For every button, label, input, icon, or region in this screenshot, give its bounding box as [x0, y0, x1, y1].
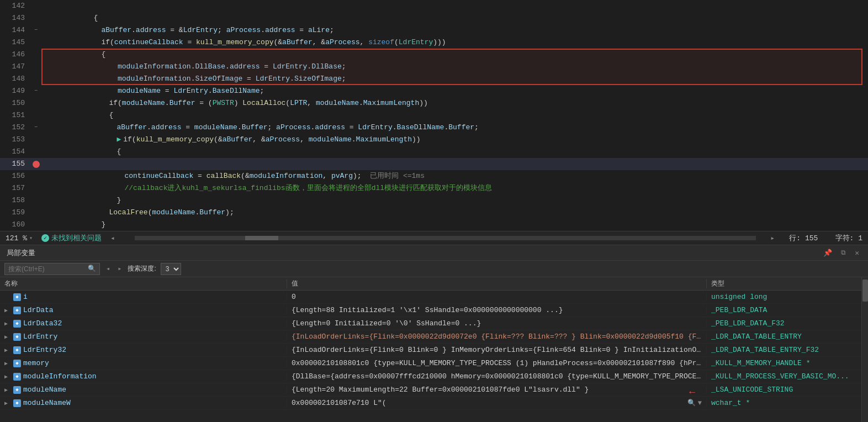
line-number-156: 156	[0, 170, 30, 182]
var-type-ldrdata32: _PEB_LDR_DATA_F32	[707, 319, 861, 328]
var-value-modulenamew: 0x000002101087e710 L"( 🔍 ▼	[287, 399, 707, 407]
var-row-memory: ▶ ◆ memory 0x000002101088​01c0 {type=KUL…	[0, 357, 861, 370]
var-type-ldrentry: _LDR_DATA_TABLE_ENTRY	[707, 333, 861, 341]
code-line-142: 142 {	[0, 0, 868, 12]
scrollbar-thumb	[245, 236, 278, 240]
var-row-i: ▶ ◆ i 0 unsigned long	[0, 291, 861, 304]
scroll-left-btn[interactable]: ◂	[110, 234, 120, 242]
line-number-147: 147	[0, 61, 30, 73]
code-line-159: 159 }	[0, 207, 868, 219]
var-text-modulename: moduleName	[23, 386, 66, 394]
local-vars-panel: 局部变量 📌 ⧉ ✕ 🔍 ◂ ▸ 搜索深度: 3 1 2 4 5 名称 值 类	[0, 245, 868, 422]
var-type-moduleinfo: _KULL_M_PROCESS_VERY_BASIC_MO...	[707, 372, 861, 381]
col-header-value: 值	[287, 279, 707, 288]
var-type-ldrentry32: _LDR_DATA_TABLE_ENTRY_F32	[707, 346, 861, 354]
code-line-152: 152 − ▶if(kull_m_memory_copy(&aBuffer, &…	[0, 122, 868, 134]
code-line-156: 156 //callback进入kuhl_m_sekurlsa_findlibs…	[0, 170, 868, 182]
search-input[interactable]	[8, 265, 86, 273]
line-number-157: 157	[0, 182, 30, 194]
var-type-memory: _KULL_M_MEMORY_HANDLE *	[707, 359, 861, 367]
search-input-wrap[interactable]: 🔍	[4, 263, 100, 275]
var-icon-ldrdata32: ◆	[13, 320, 21, 328]
code-line-148: 148 moduleName = LdrEntry.BaseDllName;	[0, 73, 868, 85]
search-icon[interactable]: 🔍	[88, 265, 96, 273]
line-number-148: 148	[0, 73, 30, 85]
gutter-154	[30, 146, 41, 158]
var-table[interactable]: 名称 值 类型 ▶ ◆ i 0 unsigned long ▶ ◆ Ldr	[0, 277, 861, 422]
code-lines: 142 { 143 aBuffer.address = &LdrEntry; a…	[0, 0, 868, 231]
depth-select[interactable]: 3 1 2 4 5	[161, 263, 181, 275]
var-text-moduleinfo: moduleInformation	[23, 372, 97, 381]
expand-ldrdata[interactable]: ▶	[4, 307, 11, 314]
line-number-160: 160	[0, 219, 30, 231]
expand-modulenamew[interactable]: ▶	[4, 400, 11, 407]
code-line-145: 145 {	[0, 36, 868, 49]
code-line-151: 151 aBuffer.address = moduleName.Buffer;…	[0, 109, 868, 122]
code-content-149: if(moduleName.Buffer = (PWSTR) LocalAllo…	[41, 85, 868, 97]
var-icon-ldrentry: ◆	[13, 333, 21, 341]
filter-icon-bottom[interactable]: ▼	[698, 399, 702, 407]
expand-ldrentry[interactable]: ▶	[4, 334, 11, 340]
line-number-145: 145	[0, 36, 30, 49]
char-indicator: 字符: 1	[835, 234, 862, 242]
var-value-ldrdata32: {Length=0 Initialized=0 '\0' SsHandle=0 …	[287, 319, 707, 328]
var-row-ldrentry32: ▶ ◆ LdrEntry32 {InLoadOrderLinks={Flink=…	[0, 344, 861, 357]
status-text: 未找到相关问题	[51, 233, 102, 243]
code-line-153: 153 {	[0, 134, 868, 146]
code-content-150: {	[41, 97, 868, 109]
collapse-btn-149[interactable]: −	[34, 85, 38, 97]
pin-button[interactable]: 📌	[821, 249, 834, 257]
var-name-ldrentry32: ▶ ◆ LdrEntry32	[0, 346, 287, 354]
var-row-moduleinfo: ▶ ◆ moduleInformation {DllBase={address=…	[0, 370, 861, 383]
float-button[interactable]: ⧉	[839, 249, 848, 257]
code-editor: 142 { 143 aBuffer.address = &LdrEntry; a…	[0, 0, 868, 231]
code-content-153: {	[41, 134, 868, 146]
col-header-type: 类型	[707, 279, 861, 288]
code-content-145: {	[41, 36, 868, 49]
depth-label: 搜索深度:	[128, 264, 156, 273]
var-icon-memory: ◆	[13, 360, 21, 367]
zoom-control[interactable]: 121 % ▾	[6, 234, 33, 242]
line-number-158: 158	[0, 194, 30, 207]
var-value-i: 0	[287, 293, 707, 301]
var-text-modulenamew: moduleNameW	[23, 399, 71, 407]
code-content-152: ▶if(kull_m_memory_copy(&aBuffer, &aProce…	[41, 122, 868, 134]
var-type-modulenamew: wchar_t *	[707, 399, 861, 407]
expand-moduleinfo[interactable]: ▶	[4, 373, 11, 380]
gutter-142	[30, 0, 41, 12]
search-prev-btn[interactable]: ◂	[104, 265, 112, 273]
gutter-159	[30, 207, 41, 219]
code-content-160	[41, 219, 868, 231]
collapse-btn-144[interactable]: −	[34, 24, 38, 36]
scroll-right-btn[interactable]: ▸	[770, 234, 780, 242]
expand-memory[interactable]: ▶	[4, 360, 11, 367]
close-button[interactable]: ✕	[853, 249, 861, 257]
search-bar: 🔍 ◂ ▸ 搜索深度: 3 1 2 4 5	[0, 261, 868, 277]
var-name-ldrentry: ▶ ◆ LdrEntry	[0, 333, 287, 341]
horizontal-scrollbar[interactable]	[135, 236, 756, 240]
expand-ldrentry32[interactable]: ▶	[4, 347, 11, 354]
search-icon-bottom[interactable]: 🔍	[687, 399, 696, 407]
var-name-i: ▶ ◆ i	[0, 293, 287, 301]
var-type-modulename: _LSA_UNICODE_STRING	[707, 386, 861, 394]
collapse-btn-152[interactable]: −	[34, 122, 38, 134]
var-name-moduleinfo: ▶ ◆ moduleInformation	[0, 372, 287, 381]
gutter-160	[30, 219, 41, 231]
red-arrow-indicator: ←	[689, 387, 695, 394]
zoom-dropdown-icon[interactable]: ▾	[29, 235, 33, 241]
line-number-144: 144	[0, 24, 30, 36]
var-value-ldrentry: {InLoadOrderLinks={Flink=0x0000022d9d007…	[287, 333, 707, 341]
expand-modulename[interactable]: ▶	[4, 387, 11, 393]
line-number-146: 146	[0, 49, 30, 61]
code-content-144: if(continueCallback = kull_m_memory_copy…	[41, 24, 868, 36]
line-number-143: 143	[0, 12, 30, 24]
line-number-159: 159	[0, 207, 30, 219]
var-row-ldrentry: ▶ ◆ LdrEntry {InLoadOrderLinks={Flink=0x…	[0, 330, 861, 344]
line-number-152: 152	[0, 122, 30, 134]
var-name-memory: ▶ ◆ memory	[0, 359, 287, 367]
vertical-scrollbar[interactable]	[861, 277, 868, 422]
gutter-155	[30, 158, 41, 170]
expand-ldrdata32[interactable]: ▶	[4, 320, 11, 327]
search-next-btn[interactable]: ▸	[116, 265, 123, 273]
var-table-header: 名称 值 类型	[0, 277, 861, 291]
